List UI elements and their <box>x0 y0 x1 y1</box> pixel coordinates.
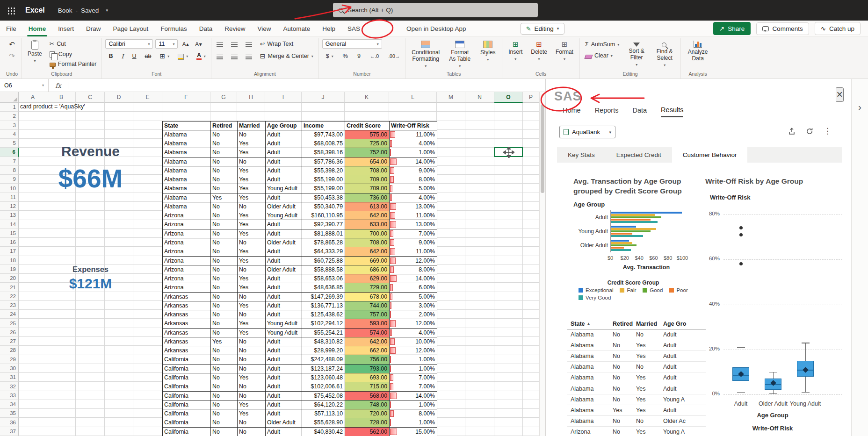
table-cell[interactable]: California <box>163 382 211 391</box>
table-cell[interactable]: California <box>163 428 211 436</box>
undo-button[interactable]: ↶ <box>7 39 17 50</box>
table-cell[interactable]: Adult <box>266 392 302 400</box>
table-cell[interactable]: No <box>211 157 238 166</box>
table-cell[interactable]: Arkansas <box>163 293 211 301</box>
table-cell-credit-score[interactable]: 568.00 <box>345 392 390 400</box>
table-cell-income[interactable]: $81,888.01 <box>302 229 345 238</box>
paste-button[interactable]: Paste ▾ <box>25 39 45 64</box>
panel-col-header[interactable]: Married <box>636 321 663 327</box>
font-name-combo[interactable]: Calibri▾ <box>105 39 153 49</box>
legend-item[interactable]: Poor <box>669 287 687 293</box>
row-header-37[interactable]: 37 <box>0 427 19 436</box>
table-row[interactable]: AlabamaNoNoAdult$57,786.36654.0014.00% <box>163 157 437 166</box>
table-row[interactable]: ArkansasYesNoAdult$48,310.82642.0010.00% <box>163 337 437 346</box>
table-cell[interactable]: No <box>238 382 266 391</box>
table-cell[interactable]: Arizona <box>163 265 211 274</box>
formula-input[interactable] <box>68 79 545 92</box>
table-cell-write-off-risk[interactable]: 11.00% <box>390 247 437 256</box>
table-col-header[interactable]: Income <box>302 122 345 130</box>
sas-tab-results[interactable]: Results <box>661 106 683 117</box>
bar-poor[interactable] <box>611 219 651 221</box>
table-cell-credit-score[interactable]: 678.00 <box>345 293 390 301</box>
row-header-27[interactable]: 27 <box>0 337 19 346</box>
table-cell[interactable]: Adult <box>266 428 302 436</box>
styles-button[interactable]: Styles▾ <box>477 39 499 63</box>
sas-subtab-key-stats[interactable]: Key Stats <box>557 147 606 163</box>
table-cell[interactable]: No <box>211 283 238 292</box>
search-box[interactable] <box>333 3 538 17</box>
table-cell[interactable]: California <box>163 409 211 418</box>
table-cell-write-off-risk[interactable]: 5.00% <box>390 293 437 301</box>
insert-cells-button[interactable]: ⊞Insert▾ <box>506 39 525 63</box>
table-cell[interactable]: No <box>238 392 266 400</box>
table-cell[interactable]: No <box>211 418 238 427</box>
row-header-22[interactable]: 22 <box>0 292 19 301</box>
table-cell[interactable]: Adult <box>266 382 302 391</box>
table-cell[interactable]: Adult <box>266 220 302 229</box>
table-cell[interactable]: No <box>238 130 266 139</box>
table-cell-income[interactable]: $40,830.42 <box>302 428 345 436</box>
table-row[interactable]: ArkansasNoYesAdult$136,771.13744.003.00% <box>163 301 437 310</box>
column-header-E[interactable]: E <box>133 92 162 103</box>
table-row[interactable]: ArkansasNoNoAdult$125,438.62757.002.00% <box>163 310 437 319</box>
table-cell-write-off-risk[interactable]: 11.00% <box>390 211 437 220</box>
collapse-panel-button[interactable]: › <box>858 101 861 113</box>
row-header-30[interactable]: 30 <box>0 364 19 373</box>
table-cell[interactable]: No <box>211 257 238 265</box>
analyze-data-button[interactable]: Analyze Data <box>684 39 711 64</box>
table-cell[interactable]: Alabama <box>163 148 211 157</box>
table-cell[interactable]: Yes <box>211 337 238 346</box>
table-cell[interactable]: No <box>211 319 238 328</box>
table-cell[interactable]: Yes <box>238 148 266 157</box>
row-header-26[interactable]: 26 <box>0 328 19 337</box>
table-cell-write-off-risk[interactable]: 14.00% <box>390 274 437 283</box>
table-cell[interactable]: Adult <box>266 193 302 202</box>
row-header-9[interactable]: 9 <box>0 175 19 184</box>
table-cell[interactable]: Arizona <box>163 238 211 247</box>
comments-button[interactable]: Comments <box>756 22 809 35</box>
row-header-5[interactable]: 5 <box>0 139 19 148</box>
table-cell-write-off-risk[interactable]: 1.00% <box>390 418 437 427</box>
table-cell[interactable]: Adult <box>266 293 302 301</box>
table-cell[interactable]: Yes <box>238 139 266 148</box>
table-cell[interactable]: No <box>211 130 238 139</box>
table-cell-write-off-risk[interactable]: 12.00% <box>390 319 437 328</box>
vertical-scrollbar[interactable]: ▲ <box>539 92 545 436</box>
currency-format-button[interactable]: $▾ <box>324 52 335 60</box>
row-header-3[interactable]: 3 <box>0 121 19 130</box>
table-cell-credit-score[interactable]: 748.00 <box>345 400 390 409</box>
table-cell[interactable]: Yes <box>238 329 266 337</box>
column-header-N[interactable]: N <box>465 92 494 103</box>
more-options-button[interactable]: ⋮ <box>824 127 832 135</box>
table-cell[interactable]: No <box>238 293 266 301</box>
ribbon-tab-help[interactable]: Help <box>316 21 341 36</box>
table-cell[interactable]: Adult <box>266 166 302 175</box>
table-cell[interactable]: California <box>163 355 211 364</box>
table-cell-credit-score[interactable]: 756.00 <box>345 355 390 364</box>
table-cell[interactable]: Arizona <box>163 257 211 265</box>
align-right-button[interactable] <box>244 52 254 60</box>
table-cell[interactable]: Yes <box>238 184 266 193</box>
table-cell-write-off-risk[interactable]: 1.00% <box>390 355 437 364</box>
decrease-decimal-button[interactable]: ←.0 <box>368 52 381 60</box>
table-cell-credit-score[interactable]: 662.00 <box>345 346 390 355</box>
table-cell[interactable]: No <box>211 382 238 391</box>
table-cell-credit-score[interactable]: 709.00 <box>345 175 390 184</box>
table-cell-credit-score[interactable]: 708.00 <box>345 238 390 247</box>
column-header-L[interactable]: L <box>389 92 437 103</box>
table-cell[interactable]: California <box>163 400 211 409</box>
table-cell-income[interactable]: $64,333.29 <box>302 247 345 256</box>
panel-table-row[interactable]: AlabamaNoYesAdult <box>567 372 706 383</box>
table-cell-income[interactable]: $75,452.08 <box>302 392 345 400</box>
row-header-36[interactable]: 36 <box>0 418 19 427</box>
table-cell-credit-score[interactable]: 633.00 <box>345 220 390 229</box>
panel-table-row[interactable]: AlabamaYesYesAdult <box>567 405 706 416</box>
table-cell[interactable]: Adult <box>266 257 302 265</box>
bar-fair[interactable] <box>611 228 656 230</box>
table-cell[interactable]: Older Adult <box>266 202 302 211</box>
format-as-table-button[interactable]: Format As Table▾ <box>445 39 474 70</box>
table-cell[interactable]: Arizona <box>163 220 211 229</box>
cut-button[interactable]: ✂Cut <box>48 39 68 48</box>
dataset-dropdown[interactable]: AquaBank ▾ <box>559 126 615 138</box>
underline-button[interactable]: U <box>130 52 138 60</box>
